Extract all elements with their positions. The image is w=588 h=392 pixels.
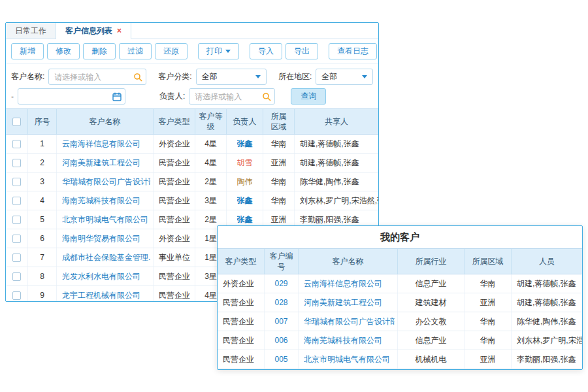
- row-checkbox[interactable]: [12, 272, 21, 281]
- customer-name-link[interactable]: 成都市社会保险基金管理...: [62, 252, 150, 263]
- customer-no-link[interactable]: 006: [274, 336, 287, 345]
- customer-name-link[interactable]: 光发水利水电有限公司: [62, 271, 140, 282]
- region-select[interactable]: 全部: [316, 69, 373, 85]
- row-checkbox[interactable]: [12, 159, 21, 167]
- cell-shared: 刘东林,罗广明,宋浩然,张鑫: [295, 191, 378, 210]
- owner-link[interactable]: 张鑫: [237, 139, 253, 150]
- owner-link[interactable]: 张鑫: [237, 214, 253, 225]
- table-row[interactable]: 民营企业 005 北京市明城电气有限公司 机械机电 亚洲 李勤丽,阳强,张鑫: [218, 350, 582, 369]
- search-icon[interactable]: [262, 92, 271, 101]
- cell-shared: 胡建,蒋德帧,张鑫: [295, 154, 378, 172]
- restore-button[interactable]: 还原: [155, 43, 188, 59]
- cell-customer-type: 民营企业: [154, 154, 195, 172]
- view-log-button[interactable]: 查看日志: [329, 43, 377, 59]
- customer-name-link[interactable]: 龙宇工程机械有限公司: [62, 290, 140, 301]
- selected-value: 全部: [202, 71, 218, 82]
- table-row[interactable]: 民营企业 006 海南芜城科技有限公司 信息产业 华南 刘东林,罗广明,宋浩然.…: [218, 331, 582, 350]
- cell-customer-type: 民营企业: [218, 350, 265, 368]
- filter-area: 客户名称: 客户分类: 全部 所在地区: 全部 -: [6, 64, 378, 108]
- row-checkbox[interactable]: [12, 235, 21, 243]
- cell-customer-name: 龙宇工程机械有限公司: [57, 286, 154, 302]
- customer-name-link[interactable]: 云南海祥信息有限公司: [62, 139, 140, 150]
- my-customers-title: 我的客户: [218, 226, 582, 248]
- customer-name-link[interactable]: 海南明华贸易有限公司: [62, 233, 140, 244]
- cell-customer-name: 华瑞城有限公司广告设计部: [57, 172, 154, 191]
- table-row[interactable]: 3 华瑞城有限公司广告设计部 民营企业 2星 陶伟 华南 陈华健,陶伟,张鑫: [6, 172, 378, 191]
- table-row[interactable]: 2 河南美新建筑工程公司 民营企业 4星 胡雪 亚洲 胡建,蒋德帧,张鑫: [6, 154, 378, 172]
- row-checkbox[interactable]: [12, 216, 21, 224]
- customer-no-link[interactable]: 029: [274, 279, 287, 288]
- cell-customer-level: 4星: [195, 154, 227, 172]
- col-header-region: 所属区域: [465, 249, 512, 274]
- add-button[interactable]: 新增: [11, 43, 44, 59]
- customer-category-label: 客户分类:: [158, 71, 191, 82]
- row-checkbox[interactable]: [12, 178, 21, 186]
- cell-customer-type: 民营企业: [154, 210, 195, 229]
- customer-name-input[interactable]: [48, 69, 146, 85]
- cell-industry: 机械机电: [398, 350, 465, 368]
- cell-people: 胡建,蒋德帧,张鑫: [512, 274, 582, 293]
- table-row[interactable]: 4 海南芜城科技有限公司 民营企业 3星 张鑫 华南 刘东林,罗广明,宋浩然,张…: [6, 191, 378, 210]
- cell-region: 华南: [263, 191, 295, 210]
- customer-name-link[interactable]: 海南芜城科技有限公司: [304, 335, 382, 346]
- owner-field: [189, 88, 275, 105]
- tab-customer-info-list[interactable]: 客户信息列表 ×: [56, 23, 131, 39]
- owner-link[interactable]: 张鑫: [237, 195, 253, 206]
- customer-no-link[interactable]: 005: [274, 355, 287, 364]
- col-header-people: 人员: [512, 249, 582, 274]
- table-row[interactable]: 民营企业 028 河南美新建筑工程公司 建筑建材 亚洲 胡建,蒋德帧,张鑫: [218, 293, 582, 312]
- cell-customer-name: 北京市明城电气有限公司: [299, 350, 398, 368]
- cell-customer-no: 028: [265, 293, 299, 312]
- customer-no-link[interactable]: 028: [274, 298, 287, 307]
- customer-category-select[interactable]: 全部: [196, 69, 267, 85]
- row-checkbox[interactable]: [12, 291, 21, 300]
- select-all-checkbox[interactable]: [12, 118, 21, 126]
- cell-customer-no: 005: [265, 350, 299, 368]
- tab-label: 客户信息列表: [65, 25, 112, 37]
- customer-name-link[interactable]: 云南海祥信息有限公司: [304, 278, 382, 289]
- customer-name-link[interactable]: 华瑞城有限公司广告设计部: [62, 176, 150, 188]
- export-button[interactable]: 导出: [286, 43, 318, 59]
- cell-serial: 5: [28, 210, 57, 229]
- owner-link[interactable]: 陶伟: [237, 176, 253, 188]
- customer-name-link[interactable]: 华瑞城有限公司广告设计部: [304, 316, 395, 327]
- customer-name-link[interactable]: 河南美新建筑工程公司: [62, 157, 140, 169]
- row-checkbox[interactable]: [12, 253, 21, 262]
- filter-row-1: 客户名称: 客户分类: 全部 所在地区: 全部: [11, 69, 373, 85]
- delete-button[interactable]: 删除: [83, 43, 116, 59]
- row-checkbox[interactable]: [12, 197, 21, 205]
- my-customers-table-body: 外资企业 029 云南海祥信息有限公司 信息产业 华南 胡建,蒋德帧,张鑫 民营…: [218, 274, 582, 369]
- cell-customer-name: 光发水利水电有限公司: [57, 267, 154, 286]
- customer-name-link[interactable]: 河南美新建筑工程公司: [304, 297, 382, 308]
- print-button[interactable]: 打印: [198, 43, 239, 59]
- table-row[interactable]: 外资企业 029 云南海祥信息有限公司 信息产业 华南 胡建,蒋德帧,张鑫: [218, 274, 582, 293]
- cell-customer-name: 成都市社会保险基金管理...: [57, 248, 154, 267]
- cell-serial: 8: [28, 267, 57, 286]
- toolbar: 新增 修改 删除 过滤 还原 打印 导入 导出 查看日志: [6, 39, 378, 64]
- close-tab-icon[interactable]: ×: [117, 27, 122, 35]
- search-icon[interactable]: [133, 73, 142, 82]
- cell-customer-type: 外资企业: [154, 229, 195, 248]
- cell-region: 华南: [263, 172, 295, 191]
- edit-button[interactable]: 修改: [47, 43, 80, 59]
- cell-region: 华南: [465, 331, 512, 350]
- table-row[interactable]: 1 云南海祥信息有限公司 外资企业 4星 张鑫 华南 胡建,蒋德帧,张鑫: [6, 135, 378, 154]
- customer-name-link[interactable]: 北京市明城电气有限公司: [62, 214, 148, 225]
- query-button[interactable]: 查询: [291, 88, 326, 105]
- cell-customer-type: 民营企业: [154, 286, 195, 302]
- calendar-icon[interactable]: [112, 92, 122, 101]
- filter-button[interactable]: 过滤: [119, 43, 152, 59]
- tab-daily-work[interactable]: 日常工作: [6, 23, 56, 39]
- customer-name-link[interactable]: 北京市明城电气有限公司: [304, 354, 390, 365]
- cell-owner: 陶伟: [227, 172, 263, 191]
- owner-link[interactable]: 胡雪: [237, 157, 253, 169]
- import-button[interactable]: 导入: [250, 43, 282, 59]
- date-input[interactable]: [18, 88, 125, 105]
- cell-shared: 陈华健,陶伟,张鑫: [295, 172, 378, 191]
- customer-no-link[interactable]: 007: [274, 317, 287, 326]
- cell-customer-type: 民营企业: [218, 331, 265, 350]
- customer-name-link[interactable]: 海南芜城科技有限公司: [62, 195, 140, 206]
- row-checkbox[interactable]: [12, 140, 21, 148]
- table-row[interactable]: 民营企业 007 华瑞城有限公司广告设计部 办公文教 华南 陈华健,陶伟,张鑫: [218, 312, 582, 331]
- cell-customer-type: 外资企业: [154, 135, 195, 153]
